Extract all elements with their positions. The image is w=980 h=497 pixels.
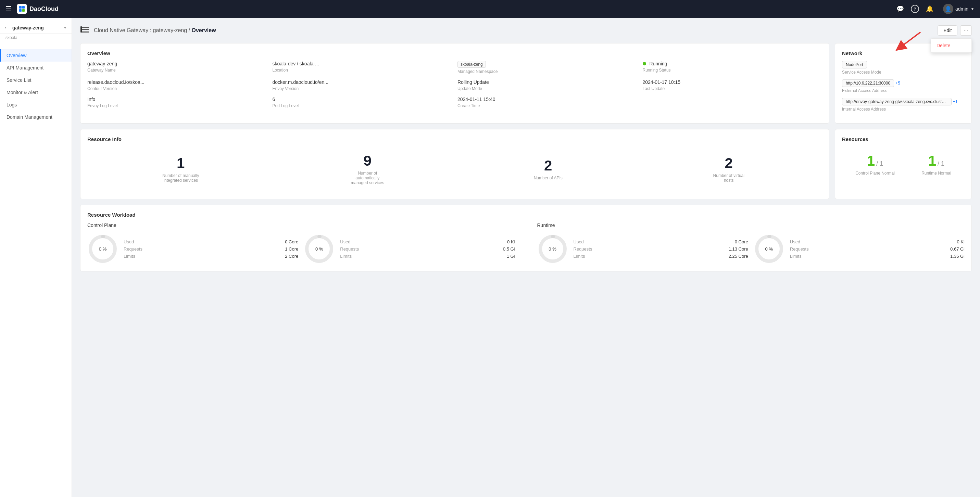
svg-rect-0: [19, 6, 22, 9]
control-cpu-req-row: Requests 1 Core: [124, 246, 298, 252]
nav-icons: 💬 ? 🔔 👤 admin ▼: [896, 4, 975, 14]
runtime-label: Runtime Normal: [921, 171, 951, 176]
status-text: Running: [649, 61, 667, 67]
control-plane-workload: Control Plane 0 %: [88, 222, 515, 264]
control-mem-used-label: Used: [340, 239, 350, 245]
sidebar-header: ← gateway-zeng ▾: [0, 22, 72, 34]
user-avatar: 👤: [943, 4, 953, 14]
runtime-mem-req-row: Requests 0.67 Gi: [790, 246, 964, 252]
control-cpu-used-label: Used: [124, 239, 134, 245]
edit-button[interactable]: Edit: [937, 25, 958, 36]
control-cpu-used-row: Used 0 Core: [124, 239, 298, 245]
runtime-resource: 1 / 1 Runtime Normal: [921, 154, 951, 176]
control-cpu-stats: Used 0 Core Requests 1 Core Limits 2 Cor…: [124, 239, 298, 259]
runtime-subtitle: Runtime: [537, 222, 965, 228]
auto-services-label: Number of automatically managed services: [347, 171, 388, 185]
sidebar-item-domain-management[interactable]: Domain Management: [0, 111, 72, 123]
virtual-hosts-num: 2: [708, 156, 749, 170]
runtime-cpu-lim-label: Limits: [574, 254, 585, 259]
log-level-value: Info: [88, 97, 267, 102]
logo-icon: [17, 4, 27, 14]
update-mode-value: Rolling Update: [457, 79, 637, 85]
external-access-row: http://10.6.222.21:30000 +5: [842, 79, 964, 87]
external-count: +5: [896, 81, 900, 86]
contour-item: release.daocloud.io/skoa... Contour Vers…: [88, 79, 267, 91]
status-item: Running Running Status: [643, 61, 822, 74]
control-mem-used-val: 0 Ki: [507, 239, 515, 245]
sidebar-back-icon[interactable]: ←: [4, 25, 10, 31]
control-mem-lim-row: Limits 1 Gi: [340, 254, 515, 259]
location-value: skoala-dev / skoala-...: [272, 61, 452, 67]
resource-info-title: Resource Info: [88, 136, 822, 142]
log-level-item: Info Envoy Log Level: [88, 97, 267, 108]
runtime-num-row: 1 / 1: [921, 154, 951, 168]
runtime-mem-used-val: 0 Ki: [957, 239, 964, 245]
sidebar-expand-icon[interactable]: ▾: [64, 25, 66, 30]
hamburger-icon[interactable]: ☰: [5, 5, 12, 13]
svg-rect-6: [81, 32, 89, 33]
control-cpu-donut-container: 0 %: [88, 233, 118, 264]
internal-access-row: http://envoy-gateway-zeng-gtw.skoala-zen…: [842, 98, 964, 105]
auto-services-item: 9 Number of automatically managed servic…: [347, 154, 388, 185]
access-mode-label: Service Access Mode: [842, 70, 964, 75]
internal-access-item: http://envoy-gateway-zeng-gtw.skoala-zen…: [842, 98, 964, 111]
control-cpu-lim-row: Limits 2 Core: [124, 254, 298, 259]
sidebar-item-logs[interactable]: Logs: [0, 98, 72, 111]
runtime-mem-pct: 0 %: [765, 246, 773, 252]
apis-item: 2 Number of APIs: [534, 159, 563, 180]
user-section[interactable]: 👤 admin ▼: [943, 4, 975, 14]
logo: DaoCloud: [17, 4, 59, 14]
resource-info-row: Resource Info 1 Number of manually integ…: [80, 129, 972, 199]
namespace-label: Managed Namespace: [457, 69, 637, 74]
namespace-value: skoala-zeng: [457, 61, 637, 68]
runtime-content: 0 % Used 0 Core Requests 1.13 Core: [537, 233, 965, 264]
header-actions: Edit ··· Delete: [937, 25, 972, 36]
external-label: External Access Address: [842, 88, 964, 93]
runtime-cpu-used-val: 0 Core: [735, 239, 748, 245]
status-label: Running Status: [643, 68, 822, 73]
gateway-name-label: Gateway Name: [88, 68, 267, 73]
control-cpu-donut: 0 %: [88, 233, 118, 264]
runtime-mem-req-label: Requests: [790, 246, 809, 252]
update-mode-item: Rolling Update Update Mode: [457, 79, 637, 91]
workload-section: Resource Workload Control Plane: [80, 205, 972, 272]
breadcrumb: Cloud Native Gateway : gateway-zeng / Ov…: [94, 27, 216, 33]
runtime-mem-used-label: Used: [790, 239, 800, 245]
status-dot: [643, 62, 646, 65]
more-button[interactable]: ···: [960, 25, 972, 36]
update-mode-label: Update Mode: [457, 86, 637, 91]
apis-num: 2: [534, 159, 563, 173]
sidebar-item-api-management[interactable]: API Management: [0, 62, 72, 74]
pod-log-level-value: 6: [272, 97, 452, 102]
sidebar-subtitle: skoala: [0, 35, 72, 43]
log-level-label: Envoy Log Level: [88, 103, 267, 108]
sidebar-divider: [0, 45, 72, 45]
control-plane-label: Control Plane Normal: [855, 171, 895, 176]
control-plane-resource: 1 / 1 Control Plane Normal: [855, 154, 895, 176]
delete-menu-item[interactable]: Delete: [931, 40, 971, 51]
sidebar-item-service-list[interactable]: Service List: [0, 74, 72, 86]
help-icon[interactable]: ?: [911, 5, 919, 13]
runtime-mem-req-val: 0.67 Gi: [950, 246, 964, 252]
access-mode-item: NodePort Service Access Mode: [842, 61, 964, 75]
create-time-label: Create Time: [457, 103, 637, 108]
contour-label: Contour Version: [88, 86, 267, 91]
notification-icon[interactable]: 🔔: [926, 5, 934, 13]
overview-network-row: Overview gateway-zeng Gateway Name skoal…: [80, 43, 972, 124]
page-header: Cloud Native Gateway : gateway-zeng / Ov…: [80, 25, 972, 36]
sidebar-item-monitor-alert[interactable]: Monitor & Alert: [0, 86, 72, 98]
user-dropdown-icon: ▼: [970, 6, 975, 11]
runtime-mem-donut-container: 0 %: [754, 233, 784, 264]
message-icon[interactable]: 💬: [896, 5, 904, 13]
resource-info-card: Resource Info 1 Number of manually integ…: [80, 129, 829, 199]
manual-services-label: Number of manually integrated services: [160, 173, 201, 183]
control-cpu-lim-label: Limits: [124, 254, 135, 259]
gateway-name-value: gateway-zeng: [88, 61, 267, 67]
control-mem-lim-val: 1 Gi: [507, 254, 515, 259]
runtime-cpu-lim-val: 2.25 Core: [729, 254, 748, 259]
runtime-cpu-stats: Used 0 Core Requests 1.13 Core Limits 2.…: [574, 239, 748, 259]
control-mem-req-row: Requests 0.5 Gi: [340, 246, 515, 252]
sidebar-item-overview[interactable]: Overview: [0, 49, 72, 62]
control-mem-donut: 0 %: [304, 233, 334, 264]
main-content: Cloud Native Gateway : gateway-zeng / Ov…: [72, 18, 980, 497]
